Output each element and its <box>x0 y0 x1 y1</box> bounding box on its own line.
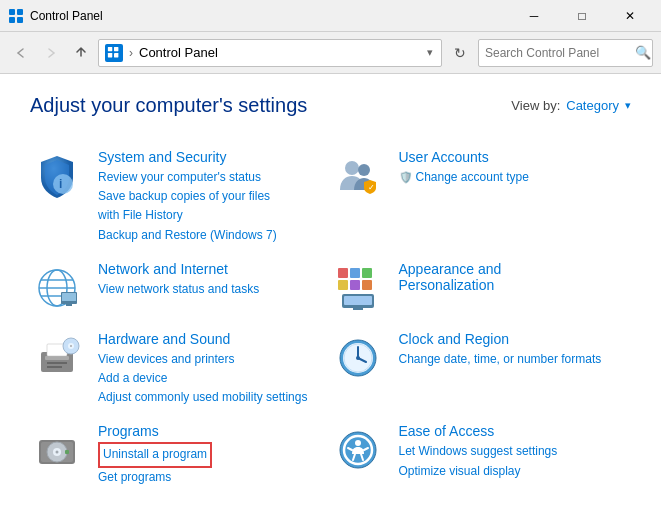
programs-text: Programs Uninstall a program Get program… <box>98 423 321 486</box>
svg-rect-24 <box>338 280 348 290</box>
svg-rect-21 <box>338 268 348 278</box>
svg-rect-1 <box>17 9 23 15</box>
system-security-link-1[interactable]: Review your computer's status <box>98 168 321 187</box>
breadcrumb-separator: › <box>129 46 133 60</box>
svg-rect-7 <box>114 53 118 57</box>
system-security-title[interactable]: System and Security <box>98 149 321 165</box>
ease-access-title[interactable]: Ease of Access <box>399 423 622 439</box>
svg-point-8 <box>53 174 73 194</box>
viewby-value[interactable]: Category <box>566 98 619 113</box>
address-bar[interactable]: › Control Panel ▾ <box>98 39 442 67</box>
svg-rect-3 <box>17 17 23 23</box>
svg-rect-28 <box>344 296 372 305</box>
appearance-icon <box>331 261 385 315</box>
viewby-label: View by: <box>511 98 560 113</box>
svg-rect-32 <box>47 362 67 364</box>
system-security-link-2[interactable]: Save backup copies of your fileswith Fil… <box>98 187 321 225</box>
viewby-arrow[interactable]: ▾ <box>625 99 631 112</box>
category-network: Network and Internet View network status… <box>30 253 331 323</box>
svg-rect-6 <box>108 53 112 57</box>
address-dropdown[interactable]: ▾ <box>425 44 435 61</box>
system-security-link-3[interactable]: Backup and Restore (Windows 7) <box>98 226 321 245</box>
titlebar: Control Panel ─ □ ✕ <box>0 0 661 32</box>
forward-button[interactable] <box>38 40 64 66</box>
svg-point-10 <box>345 161 359 175</box>
titlebar-title: Control Panel <box>30 9 511 23</box>
svg-rect-23 <box>362 268 372 278</box>
programs-icon <box>30 423 84 477</box>
categories-grid: i System and Security Review your comput… <box>30 141 631 495</box>
uac-shield-icon: 🛡️ <box>399 171 413 184</box>
svg-rect-20 <box>66 304 72 306</box>
titlebar-icon <box>8 8 24 24</box>
back-button[interactable] <box>8 40 34 66</box>
appearance-title[interactable]: Appearance andPersonalization <box>399 261 622 293</box>
clock-title[interactable]: Clock and Region <box>399 331 622 347</box>
programs-link-2[interactable]: Get programs <box>98 468 321 487</box>
address-icon <box>105 44 123 62</box>
svg-text:✓: ✓ <box>368 183 375 192</box>
svg-rect-49 <box>65 450 69 454</box>
clock-link-1[interactable]: Change date, time, or number formats <box>399 350 622 369</box>
user-accounts-title[interactable]: User Accounts <box>399 149 622 165</box>
clock-icon <box>331 331 385 385</box>
hardware-title[interactable]: Hardware and Sound <box>98 331 321 347</box>
category-appearance: Appearance andPersonalization <box>331 253 632 323</box>
minimize-button[interactable]: ─ <box>511 0 557 32</box>
appearance-text: Appearance andPersonalization <box>399 261 622 296</box>
clock-text: Clock and Region Change date, time, or n… <box>399 331 622 369</box>
hardware-icon <box>30 331 84 385</box>
content-header: Adjust your computer's settings View by:… <box>30 94 631 117</box>
category-programs: Programs Uninstall a program Get program… <box>30 415 331 494</box>
svg-point-11 <box>358 164 370 176</box>
address-text: Control Panel <box>139 45 419 60</box>
ease-access-icon <box>331 423 385 477</box>
category-ease-access: Ease of Access Let Windows suggest setti… <box>331 415 632 494</box>
network-title[interactable]: Network and Internet <box>98 261 321 277</box>
hardware-link-3[interactable]: Adjust commonly used mobility settings <box>98 388 321 407</box>
search-input[interactable] <box>485 46 635 60</box>
network-icon <box>30 261 84 315</box>
svg-rect-2 <box>9 17 15 23</box>
svg-rect-19 <box>62 293 76 301</box>
svg-rect-0 <box>9 9 15 15</box>
network-text: Network and Internet View network status… <box>98 261 321 299</box>
user-accounts-text: User Accounts 🛡️ Change account type <box>399 149 622 187</box>
programs-link-1[interactable]: Uninstall a program <box>98 442 212 467</box>
maximize-button[interactable]: □ <box>559 0 605 32</box>
svg-point-48 <box>56 451 59 454</box>
hardware-link-1[interactable]: View devices and printers <box>98 350 321 369</box>
ease-access-link-1[interactable]: Let Windows suggest settings <box>399 442 622 461</box>
ease-access-link-2[interactable]: Optimize visual display <box>399 462 622 481</box>
refresh-button[interactable]: ↻ <box>446 39 474 67</box>
category-clock: Clock and Region Change date, time, or n… <box>331 323 632 416</box>
svg-rect-22 <box>350 268 360 278</box>
titlebar-buttons: ─ □ ✕ <box>511 0 653 32</box>
svg-rect-29 <box>353 308 363 310</box>
svg-rect-26 <box>362 280 372 290</box>
viewby-control: View by: Category ▾ <box>511 98 631 113</box>
svg-rect-25 <box>350 280 360 290</box>
hardware-link-2[interactable]: Add a device <box>98 369 321 388</box>
programs-title[interactable]: Programs <box>98 423 321 439</box>
category-system-security: i System and Security Review your comput… <box>30 141 331 253</box>
category-user-accounts: ✓ User Accounts 🛡️ Change account type <box>331 141 632 253</box>
user-accounts-icon: ✓ <box>331 149 385 203</box>
svg-text:i: i <box>59 177 62 191</box>
system-security-text: System and Security Review your computer… <box>98 149 321 245</box>
svg-rect-33 <box>47 366 62 368</box>
network-link-1[interactable]: View network status and tasks <box>98 280 321 299</box>
page-title: Adjust your computer's settings <box>30 94 307 117</box>
ease-access-text: Ease of Access Let Windows suggest setti… <box>399 423 622 480</box>
search-bar[interactable]: 🔍 <box>478 39 653 67</box>
svg-point-52 <box>355 440 361 446</box>
content-area: Adjust your computer's settings View by:… <box>0 74 661 515</box>
up-button[interactable] <box>68 40 94 66</box>
system-security-icon: i <box>30 149 84 203</box>
hardware-text: Hardware and Sound View devices and prin… <box>98 331 321 408</box>
search-icon: 🔍 <box>635 45 651 60</box>
navbar: › Control Panel ▾ ↻ 🔍 <box>0 32 661 74</box>
svg-rect-5 <box>114 46 118 50</box>
user-accounts-link-1[interactable]: Change account type <box>416 168 529 187</box>
close-button[interactable]: ✕ <box>607 0 653 32</box>
